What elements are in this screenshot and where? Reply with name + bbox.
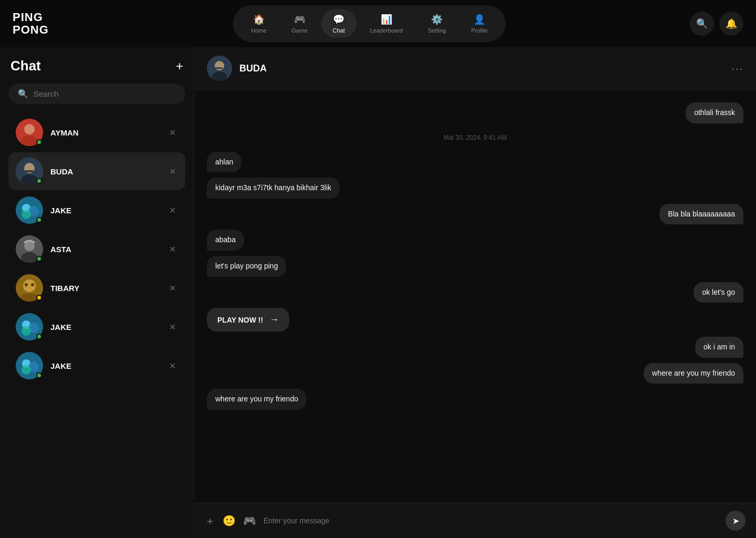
avatar-wrap-jake1 — [16, 196, 43, 224]
message-6: let's play pong ping — [207, 256, 286, 277]
chat-name-tibary: TIBARY — [50, 284, 160, 293]
nav-leaderboard-label: Leaderboard — [370, 27, 403, 34]
emoji-icon: 🙂 — [223, 515, 236, 526]
chat-item-jake2[interactable]: JAKE ✕ — [8, 308, 185, 346]
input-bar: ＋ 🙂 🎮 ➤ — [194, 503, 756, 538]
message-9: ok i am in — [695, 337, 743, 358]
profile-icon: 👤 — [474, 14, 485, 25]
nav-leaderboard[interactable]: 📊 Leaderboard — [359, 9, 414, 38]
message-10: where are you my friendo — [644, 363, 743, 384]
arrow-right-icon: → — [269, 314, 279, 325]
header-actions: 🔍 🔔 — [690, 12, 743, 36]
svg-point-1 — [24, 124, 35, 134]
nav-setting-label: Setting — [428, 27, 446, 34]
game-icon: 🎮 — [294, 14, 306, 25]
chat-name-ayman: AYMAN — [50, 128, 160, 137]
status-asta — [36, 256, 42, 262]
avatar-wrap-ayman — [16, 119, 43, 146]
message-input[interactable] — [264, 516, 718, 525]
message-5: ababa — [207, 230, 244, 251]
close-tibary[interactable]: ✕ — [167, 281, 178, 295]
nav-game[interactable]: 🎮 Game — [280, 9, 319, 38]
nav-profile-label: Profile — [471, 27, 487, 34]
message-11: where are you my friendo — [207, 389, 307, 410]
avatar-wrap-jake3 — [16, 352, 43, 379]
svg-point-17 — [25, 283, 28, 286]
game-controller-button[interactable]: 🎮 — [243, 514, 256, 527]
nav-setting[interactable]: ⚙️ Setting — [416, 9, 457, 38]
search-input[interactable] — [34, 89, 176, 98]
sidebar: Chat + 🔍 AYMA — [0, 47, 194, 538]
close-buda[interactable]: ✕ — [167, 164, 178, 179]
svg-rect-6 — [25, 170, 34, 172]
send-icon: ➤ — [732, 516, 739, 526]
main-layout: Chat + 🔍 AYMA — [0, 47, 756, 538]
svg-point-28 — [215, 61, 224, 70]
nav-profile[interactable]: 👤 Profile — [459, 9, 499, 38]
chat-name-jake3: JAKE — [50, 361, 160, 370]
more-options-button[interactable]: ··· — [731, 63, 743, 75]
controller-icon: 🎮 — [243, 515, 256, 526]
svg-point-15 — [23, 280, 36, 292]
close-ayman[interactable]: ✕ — [167, 126, 178, 140]
message-7: ok let's go — [694, 282, 743, 303]
search-box: 🔍 — [8, 84, 185, 104]
message-2: ahlan — [207, 152, 242, 173]
avatar-wrap-jake2 — [16, 313, 43, 340]
nav-home[interactable]: 🏠 Home — [239, 9, 278, 38]
nav-game-label: Game — [292, 27, 308, 34]
plus-icon: ＋ — [205, 515, 215, 526]
message-4: Bla bla blaaaaaaaaa — [659, 204, 743, 225]
chat-icon: 💬 — [333, 14, 344, 25]
add-chat-button[interactable]: + — [176, 59, 183, 74]
close-jake1[interactable]: ✕ — [167, 203, 178, 218]
search-icon: 🔍 — [696, 18, 708, 29]
add-attachment-button[interactable]: ＋ — [205, 514, 215, 528]
svg-point-22 — [22, 326, 31, 336]
home-icon: 🏠 — [253, 14, 265, 25]
chat-item-jake1[interactable]: JAKE ✕ — [8, 191, 185, 229]
logo: PING PONG — [13, 11, 49, 36]
svg-point-10 — [22, 210, 31, 219]
messages-area: othlali frassk Mai 30, 2024, 9:41 AM ahl… — [194, 90, 756, 503]
timestamp: Mai 30, 2024, 9:41 AM — [444, 134, 507, 141]
notification-button[interactable]: 🔔 — [719, 12, 743, 36]
svg-point-26 — [22, 365, 31, 375]
setting-icon: ⚙️ — [431, 14, 443, 25]
chat-item-buda[interactable]: BUDA ✕ — [8, 152, 185, 190]
chat-name-jake1: JAKE — [50, 206, 160, 215]
status-buda — [36, 178, 42, 184]
play-now-label: PLAY NOW !! — [217, 316, 263, 324]
avatar-wrap-tibary — [16, 274, 43, 302]
svg-rect-30 — [215, 67, 223, 69]
status-jake2 — [36, 334, 42, 339]
search-icon: 🔍 — [18, 89, 28, 99]
chat-name-jake2: JAKE — [50, 323, 160, 332]
sidebar-title: Chat — [10, 58, 41, 74]
avatar-wrap-asta — [16, 235, 43, 263]
svg-point-18 — [31, 283, 34, 286]
chat-header: BUDA ··· — [194, 47, 756, 90]
chat-name-asta: ASTA — [50, 245, 160, 254]
status-tibary — [36, 295, 42, 301]
chat-list: AYMAN ✕ BUDA ✕ — [8, 113, 185, 527]
chat-item-ayman[interactable]: AYMAN ✕ — [8, 113, 185, 151]
close-jake2[interactable]: ✕ — [167, 320, 178, 334]
nav-chat[interactable]: 💬 Chat — [321, 9, 356, 38]
search-button[interactable]: 🔍 — [690, 12, 714, 36]
nav-chat-label: Chat — [333, 27, 345, 34]
chat-item-asta[interactable]: ASTA ✕ — [8, 230, 185, 268]
nav-home-label: Home — [251, 27, 266, 34]
status-jake1 — [36, 217, 42, 223]
status-jake3 — [36, 373, 42, 378]
chat-name-buda: BUDA — [50, 167, 160, 176]
play-now-button[interactable]: PLAY NOW !! → — [207, 308, 289, 332]
close-asta[interactable]: ✕ — [167, 242, 178, 256]
chat-item-tibary[interactable]: TIBARY ✕ — [8, 269, 185, 307]
close-jake3[interactable]: ✕ — [167, 359, 178, 373]
send-button[interactable]: ➤ — [726, 511, 746, 531]
emoji-button[interactable]: 🙂 — [223, 514, 236, 527]
leaderboard-icon: 📊 — [381, 14, 392, 25]
chat-header-avatar — [207, 56, 232, 81]
chat-item-jake3[interactable]: JAKE ✕ — [8, 347, 185, 385]
